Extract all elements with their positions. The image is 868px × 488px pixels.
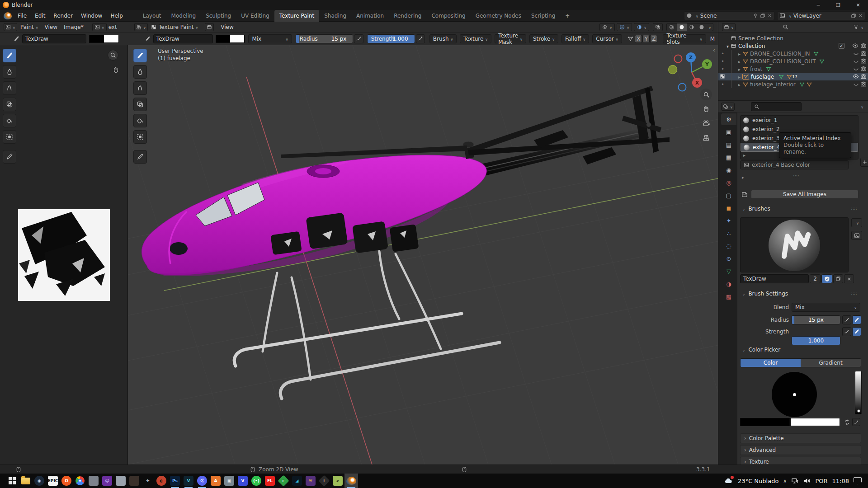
menu-render[interactable]: Render <box>49 10 77 22</box>
taskbar-app-fl-studio[interactable]: FL <box>263 474 277 488</box>
taskbar-app-purple-app[interactable]: ☺ <box>100 474 114 488</box>
pivot-point-button[interactable] <box>205 23 214 31</box>
taskbar-app-flight-sim[interactable]: ✈ <box>141 474 155 488</box>
soften-tool-button[interactable] <box>3 65 16 79</box>
brush-datablock-icon[interactable] <box>14 36 19 42</box>
outliner-row-frost[interactable]: • frost <box>718 65 868 73</box>
properties-tab-constraints[interactable]: ⊙ <box>721 253 736 264</box>
tab-sculpting[interactable]: Sculpting <box>201 10 236 22</box>
menu-window[interactable]: Window <box>77 10 106 22</box>
object-hide-icon[interactable] <box>853 81 859 87</box>
object-hide-icon[interactable] <box>853 73 859 80</box>
save-all-images-button[interactable]: Save All Images <box>751 190 859 199</box>
brush-secondary-color-swatch[interactable] <box>790 418 840 426</box>
texture-2d-canvas[interactable] <box>18 209 110 301</box>
zoom-view-gizmo[interactable] <box>700 89 712 100</box>
mirror-y-toggle[interactable]: Y <box>642 35 650 43</box>
advanced-panel[interactable]: Advanced <box>740 445 861 455</box>
mask-tool-button-3d[interactable] <box>133 130 147 144</box>
brush-name-field-props[interactable]: TexDraw <box>740 274 809 283</box>
properties-tab-scene[interactable]: ◉ <box>721 164 736 176</box>
tab-animation[interactable]: Animation <box>351 10 389 22</box>
taskbar-app-v-app-blue[interactable]: V <box>236 474 250 488</box>
object-render-icon[interactable] <box>860 58 867 64</box>
taskbar-app-start[interactable] <box>5 474 19 488</box>
keyboard-language[interactable]: POR <box>815 478 827 484</box>
perspective-toggle-gizmo[interactable] <box>700 132 712 144</box>
menu-help[interactable]: Help <box>106 10 127 22</box>
volume-icon[interactable] <box>803 477 811 484</box>
brush-name-field-3d[interactable]: TexDraw <box>153 34 213 43</box>
taskbar-app-photos-app[interactable]: ▣ <box>222 474 236 488</box>
taskbar-app-photoshop[interactable]: Ps <box>168 474 182 488</box>
strength-slider-props[interactable]: 1.000 <box>792 336 840 345</box>
viewport-3d-canvas[interactable] <box>128 22 718 465</box>
tray-expand-chevron[interactable]: ∧ <box>783 478 787 484</box>
tab-scripting[interactable]: Scripting <box>526 10 560 22</box>
tab-compositing[interactable]: Compositing <box>426 10 470 22</box>
blend-mode-dropdown[interactable]: Mix <box>248 34 292 43</box>
object-hide-icon[interactable] <box>853 51 859 56</box>
xray-toggle[interactable] <box>653 23 663 31</box>
annotate-tool-button-3d[interactable] <box>133 150 147 164</box>
pan-2d-gizmo[interactable] <box>110 64 121 75</box>
outliner-search-icon[interactable] <box>783 24 788 30</box>
smear-tool-button[interactable] <box>3 81 16 95</box>
popover-texture[interactable]: Texture <box>460 34 491 43</box>
uv-panel-expand-arrow[interactable] <box>742 174 744 180</box>
brush-name-field[interactable]: TexDraw <box>22 34 86 43</box>
shading-dropdown-chevron[interactable] <box>707 24 711 30</box>
outliner-row-drone-collision-in[interactable]: • DRONE_COLLISION_IN <box>718 50 868 57</box>
brush-users-count-button[interactable]: 2 <box>810 274 821 283</box>
object-render-icon[interactable] <box>860 66 867 72</box>
pin-icon[interactable] <box>753 13 758 19</box>
show-gizmo-dropdown[interactable] <box>599 23 615 31</box>
radius-slider-props[interactable]: 15 px <box>792 315 840 324</box>
fake-user-toggle[interactable] <box>821 274 832 283</box>
shading-wireframe-button[interactable] <box>667 23 677 31</box>
color-wheel[interactable] <box>772 372 817 417</box>
outliner-filter-button[interactable] <box>853 24 863 30</box>
material-slot-exerior_1[interactable]: exerior_1 <box>741 116 858 125</box>
shading-solid-button[interactable] <box>677 23 687 31</box>
clone-tool-button-3d[interactable] <box>133 98 147 111</box>
view-layer-selector[interactable]: ViewLayer <box>777 11 865 20</box>
tab-texture-paint[interactable]: Texture Paint <box>274 10 319 22</box>
properties-tab-object[interactable]: ◼ <box>721 202 736 214</box>
canvas-image-field[interactable]: exterior_4 Base Color <box>740 160 849 169</box>
taskbar-app-crest-app[interactable]: ⛨ <box>304 474 317 488</box>
menu-image[interactable]: Image* <box>61 24 87 30</box>
properties-tab-tool[interactable]: ⚙ <box>721 113 736 125</box>
mirror-z-toggle[interactable]: Z <box>650 35 657 43</box>
fill-tool-button[interactable] <box>3 114 16 127</box>
tab-layout[interactable]: Layout <box>138 10 166 22</box>
taskbar-app-autodesk-app[interactable]: A <box>209 474 222 488</box>
soften-tool-button-3d[interactable] <box>133 65 147 79</box>
strength-slider[interactable]: Strength1.000 <box>367 34 415 43</box>
taskbar-app-chrome[interactable] <box>73 474 87 488</box>
properties-editor-type-button[interactable] <box>721 103 735 111</box>
radius-slider[interactable]: Radius15 px <box>296 34 354 43</box>
draw-tool-button-3d[interactable] <box>133 49 147 62</box>
mirror-x-toggle[interactable]: X <box>635 35 642 43</box>
taskbar-app-discord[interactable]: ᗧ <box>195 474 209 488</box>
menu-view-3d[interactable]: View <box>217 24 236 30</box>
popover-cursor[interactable]: Cursor <box>592 34 622 43</box>
network-icon[interactable] <box>791 477 799 484</box>
properties-tab-modifiers[interactable]: ✦ <box>721 215 736 226</box>
popover-stroke[interactable]: Stroke <box>529 34 558 43</box>
taskbar-app-inkscape[interactable]: i <box>317 474 331 488</box>
tab-uv-editing[interactable]: UV Editing <box>236 10 274 22</box>
collection-checkbox[interactable]: ✓ <box>839 43 844 49</box>
close-button[interactable]: ✕ <box>848 0 868 10</box>
brush-settings-drag-handle[interactable]: ∷∷ <box>851 291 857 296</box>
texture-panel[interactable]: Texture <box>740 457 861 465</box>
radius-unified-toggle[interactable] <box>852 315 861 324</box>
taskbar-app-swirl-app[interactable]: ◐ <box>155 474 168 488</box>
outliner-editor-type-button[interactable] <box>722 23 736 31</box>
add-material-slot-button[interactable] <box>860 158 868 167</box>
properties-tab-world[interactable]: ◎ <box>721 177 736 188</box>
taskbar-app-terminal-green[interactable]: > <box>331 474 344 488</box>
collection-hide-icon[interactable] <box>852 42 859 49</box>
shading-material-button[interactable] <box>687 23 697 31</box>
